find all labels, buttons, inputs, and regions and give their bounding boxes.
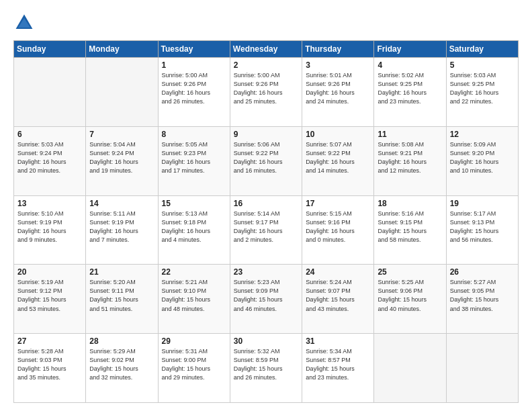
day-number: 5 [450,60,515,70]
day-number: 30 [234,336,298,346]
day-info: Sunrise: 5:25 AM Sunset: 9:06 PM Dayligh… [378,278,442,313]
day-number: 1 [162,60,226,70]
day-number: 13 [17,199,82,208]
day-info: Sunrise: 5:04 AM Sunset: 9:24 PM Dayligh… [89,140,154,175]
calendar-day-cell: 29Sunrise: 5:31 AM Sunset: 9:00 PM Dayli… [158,334,230,403]
calendar-week-row: 6Sunrise: 5:03 AM Sunset: 9:24 PM Daylig… [14,126,519,195]
day-number: 28 [89,336,154,346]
day-number: 19 [450,199,515,208]
calendar-day-cell: 22Sunrise: 5:21 AM Sunset: 9:10 PM Dayli… [158,265,230,334]
day-info: Sunrise: 5:09 AM Sunset: 9:20 PM Dayligh… [450,140,515,175]
calendar-week-row: 27Sunrise: 5:28 AM Sunset: 9:03 PM Dayli… [14,334,519,403]
weekday-header: Wednesday [230,41,302,58]
day-number: 3 [306,60,370,70]
weekday-header: Sunday [14,41,86,58]
day-info: Sunrise: 5:20 AM Sunset: 9:11 PM Dayligh… [89,278,154,313]
calendar-day-cell: 23Sunrise: 5:23 AM Sunset: 9:09 PM Dayli… [230,265,302,334]
calendar-day-cell: 27Sunrise: 5:28 AM Sunset: 9:03 PM Dayli… [14,334,86,403]
day-info: Sunrise: 5:14 AM Sunset: 9:17 PM Dayligh… [234,210,298,244]
calendar-day-cell: 20Sunrise: 5:19 AM Sunset: 9:12 PM Dayli… [14,265,86,334]
calendar-day-cell: 2Sunrise: 5:00 AM Sunset: 9:26 PM Daylig… [230,58,302,127]
day-number: 9 [234,130,298,139]
day-info: Sunrise: 5:02 AM Sunset: 9:25 PM Dayligh… [378,71,442,106]
day-number: 29 [162,336,226,346]
day-number: 6 [17,130,82,139]
calendar-week-row: 20Sunrise: 5:19 AM Sunset: 9:12 PM Dayli… [14,265,519,334]
day-number: 25 [378,267,442,277]
day-info: Sunrise: 5:06 AM Sunset: 9:22 PM Dayligh… [234,140,298,175]
calendar-day-cell: 5Sunrise: 5:03 AM Sunset: 9:25 PM Daylig… [446,58,518,127]
day-info: Sunrise: 5:16 AM Sunset: 9:15 PM Dayligh… [378,210,442,244]
calendar-day-cell: 1Sunrise: 5:00 AM Sunset: 9:26 PM Daylig… [158,58,230,127]
day-info: Sunrise: 5:21 AM Sunset: 9:10 PM Dayligh… [162,278,226,313]
day-info: Sunrise: 5:27 AM Sunset: 9:05 PM Dayligh… [450,278,515,313]
day-number: 14 [89,199,154,208]
weekday-header: Monday [86,41,158,58]
day-info: Sunrise: 5:05 AM Sunset: 9:23 PM Dayligh… [162,140,226,175]
day-info: Sunrise: 5:32 AM Sunset: 8:59 PM Dayligh… [234,347,298,382]
day-info: Sunrise: 5:03 AM Sunset: 9:25 PM Dayligh… [450,71,515,106]
calendar-header-row: SundayMondayTuesdayWednesdayThursdayFrid… [14,41,519,58]
day-number: 18 [378,199,442,208]
day-number: 8 [162,130,226,139]
calendar-day-cell: 18Sunrise: 5:16 AM Sunset: 9:15 PM Dayli… [374,195,446,265]
day-number: 31 [306,336,370,346]
day-info: Sunrise: 5:29 AM Sunset: 9:02 PM Dayligh… [89,347,154,382]
day-info: Sunrise: 5:03 AM Sunset: 9:24 PM Dayligh… [17,140,82,175]
page: SundayMondayTuesdayWednesdayThursdayFrid… [0,0,532,411]
logo-icon [13,12,35,34]
day-info: Sunrise: 5:28 AM Sunset: 9:03 PM Dayligh… [17,347,82,382]
calendar-day-cell: 6Sunrise: 5:03 AM Sunset: 9:24 PM Daylig… [14,126,86,195]
calendar-day-cell: 9Sunrise: 5:06 AM Sunset: 9:22 PM Daylig… [230,126,302,195]
day-info: Sunrise: 5:00 AM Sunset: 9:26 PM Dayligh… [162,71,226,106]
day-number: 2 [234,60,298,70]
day-number: 4 [378,60,442,70]
calendar-day-cell: 12Sunrise: 5:09 AM Sunset: 9:20 PM Dayli… [446,126,518,195]
day-number: 15 [162,199,226,208]
day-number: 21 [89,267,154,277]
logo [13,12,38,34]
day-info: Sunrise: 5:34 AM Sunset: 8:57 PM Dayligh… [306,347,370,382]
calendar-day-cell: 15Sunrise: 5:13 AM Sunset: 9:18 PM Dayli… [158,195,230,265]
day-number: 22 [162,267,226,277]
calendar-day-cell: 24Sunrise: 5:24 AM Sunset: 9:07 PM Dayli… [302,265,374,334]
calendar-table: SundayMondayTuesdayWednesdayThursdayFrid… [13,40,519,403]
calendar-week-row: 13Sunrise: 5:10 AM Sunset: 9:19 PM Dayli… [14,195,519,265]
weekday-header: Thursday [302,41,374,58]
day-info: Sunrise: 5:15 AM Sunset: 9:16 PM Dayligh… [306,210,370,244]
day-info: Sunrise: 5:13 AM Sunset: 9:18 PM Dayligh… [162,210,226,244]
calendar-day-cell: 8Sunrise: 5:05 AM Sunset: 9:23 PM Daylig… [158,126,230,195]
calendar-day-cell: 4Sunrise: 5:02 AM Sunset: 9:25 PM Daylig… [374,58,446,127]
calendar-day-cell [86,58,158,127]
calendar-day-cell [14,58,86,127]
day-number: 16 [234,199,298,208]
weekday-header: Saturday [446,41,518,58]
calendar-day-cell: 11Sunrise: 5:08 AM Sunset: 9:21 PM Dayli… [374,126,446,195]
day-number: 11 [378,130,442,139]
day-number: 10 [306,130,370,139]
day-info: Sunrise: 5:11 AM Sunset: 9:19 PM Dayligh… [89,210,154,244]
calendar-day-cell: 26Sunrise: 5:27 AM Sunset: 9:05 PM Dayli… [446,265,518,334]
day-info: Sunrise: 5:00 AM Sunset: 9:26 PM Dayligh… [234,71,298,106]
calendar-day-cell: 28Sunrise: 5:29 AM Sunset: 9:02 PM Dayli… [86,334,158,403]
day-info: Sunrise: 5:24 AM Sunset: 9:07 PM Dayligh… [306,278,370,313]
day-info: Sunrise: 5:07 AM Sunset: 9:22 PM Dayligh… [306,140,370,175]
day-info: Sunrise: 5:10 AM Sunset: 9:19 PM Dayligh… [17,210,82,244]
day-info: Sunrise: 5:17 AM Sunset: 9:13 PM Dayligh… [450,210,515,244]
calendar-day-cell: 21Sunrise: 5:20 AM Sunset: 9:11 PM Dayli… [86,265,158,334]
day-info: Sunrise: 5:23 AM Sunset: 9:09 PM Dayligh… [234,278,298,313]
calendar-day-cell: 30Sunrise: 5:32 AM Sunset: 8:59 PM Dayli… [230,334,302,403]
day-number: 23 [234,267,298,277]
calendar-day-cell [374,334,446,403]
day-number: 12 [450,130,515,139]
calendar-week-row: 1Sunrise: 5:00 AM Sunset: 9:26 PM Daylig… [14,58,519,127]
weekday-header: Tuesday [158,41,230,58]
calendar-day-cell: 13Sunrise: 5:10 AM Sunset: 9:19 PM Dayli… [14,195,86,265]
calendar-day-cell: 19Sunrise: 5:17 AM Sunset: 9:13 PM Dayli… [446,195,518,265]
day-number: 24 [306,267,370,277]
weekday-header: Friday [374,41,446,58]
header [13,12,519,34]
calendar-day-cell: 16Sunrise: 5:14 AM Sunset: 9:17 PM Dayli… [230,195,302,265]
day-info: Sunrise: 5:08 AM Sunset: 9:21 PM Dayligh… [378,140,442,175]
calendar-day-cell: 25Sunrise: 5:25 AM Sunset: 9:06 PM Dayli… [374,265,446,334]
